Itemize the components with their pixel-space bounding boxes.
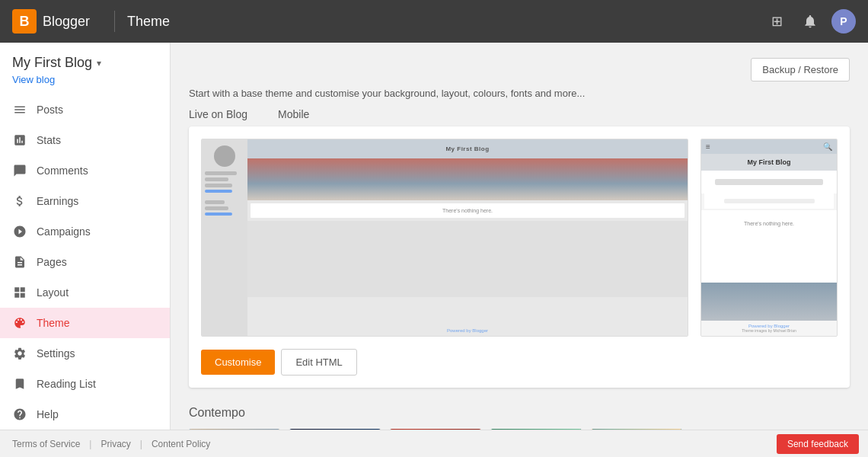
preview-section-labels: Live on Blog Mobile bbox=[189, 108, 850, 120]
mobile-nothing-text: There's nothing here. bbox=[706, 221, 832, 226]
stats-label: Stats bbox=[37, 134, 61, 146]
main-header-row: Backup / Restore bbox=[189, 58, 850, 81]
earnings-icon bbox=[12, 193, 27, 209]
sidebar-item-reading-list[interactable]: Reading List bbox=[0, 369, 170, 399]
user-avatar[interactable]: P bbox=[831, 9, 856, 34]
campaigns-label: Campaigns bbox=[37, 225, 91, 238]
desktop-mock-sidebar bbox=[202, 139, 247, 336]
mobile-powered-by: Powered by Blogger Theme images by Micha… bbox=[701, 321, 837, 336]
settings-label: Settings bbox=[37, 347, 75, 360]
desktop-mock-nothing-text: There's nothing here. bbox=[255, 208, 680, 213]
mobile-mock-blog-title: My First Blog bbox=[701, 154, 837, 171]
mobile-label: Mobile bbox=[278, 108, 309, 120]
earnings-label: Earnings bbox=[37, 195, 78, 207]
desktop-powered-by: Powered by Blogger bbox=[247, 328, 688, 333]
mobile-mock-topbar: ≡ 🔍 bbox=[701, 139, 837, 154]
desktop-mock-content: There's nothing here. bbox=[251, 203, 685, 218]
mobile-mock-lower-image bbox=[701, 283, 837, 321]
pages-label: Pages bbox=[37, 256, 67, 268]
live-on-blog-label: Live on Blog bbox=[189, 108, 247, 120]
sidebar-item-stats[interactable]: Stats bbox=[0, 125, 170, 155]
view-blog-link[interactable]: View blog bbox=[0, 74, 170, 94]
theme-preview-card: My First Blog There's nothing here. Powe… bbox=[189, 126, 850, 388]
reading-list-label: Reading List bbox=[37, 378, 96, 390]
desktop-mock-hero-image bbox=[247, 158, 688, 200]
footer-bar: Terms of Service | Privacy | Content Pol… bbox=[0, 430, 868, 457]
mobile-mock-content: There's nothing here. bbox=[701, 210, 837, 283]
posts-label: Posts bbox=[37, 104, 63, 116]
sidebar: My First Blog ▾ View blog Posts Stats Co… bbox=[0, 43, 171, 457]
sidebar-item-help[interactable]: Help bbox=[0, 399, 170, 430]
sidebar-item-comments[interactable]: Comments bbox=[0, 155, 170, 186]
footer-divider-1: | bbox=[89, 439, 91, 449]
preview-container: My First Blog There's nothing here. Powe… bbox=[201, 139, 838, 337]
terms-link[interactable]: Terms of Service bbox=[12, 439, 80, 449]
send-feedback-button[interactable]: Send feedback bbox=[777, 434, 859, 454]
campaigns-icon bbox=[12, 224, 27, 239]
settings-icon bbox=[12, 346, 27, 361]
sidebar-item-settings[interactable]: Settings bbox=[0, 338, 170, 369]
help-label: Help bbox=[37, 408, 59, 420]
blog-name[interactable]: My First Blog ▾ bbox=[0, 43, 170, 74]
grid-icon[interactable]: ⊞ bbox=[764, 9, 789, 34]
mobile-search-icon: 🔍 bbox=[823, 142, 832, 151]
contempo-section-label: Contempo bbox=[189, 406, 850, 420]
desktop-mock-avatar bbox=[214, 145, 235, 167]
bell-icon[interactable] bbox=[798, 9, 822, 34]
desktop-preview: My First Blog There's nothing here. Powe… bbox=[201, 139, 688, 337]
desktop-mock-lower bbox=[247, 221, 688, 297]
topbar: B Blogger Theme ⊞ P bbox=[0, 0, 868, 43]
sidebar-item-earnings[interactable]: Earnings bbox=[0, 186, 170, 216]
blog-name-label: My First Blog bbox=[12, 55, 92, 71]
layout-icon bbox=[12, 285, 27, 300]
sidebar-item-theme[interactable]: Theme bbox=[0, 308, 170, 338]
mobile-preview-inner: ≡ 🔍 My First Blog There's nothing here. bbox=[701, 139, 837, 336]
blog-name-chevron-icon: ▾ bbox=[97, 58, 101, 69]
topbar-divider bbox=[114, 11, 115, 32]
comments-label: Comments bbox=[37, 165, 88, 177]
privacy-link[interactable]: Privacy bbox=[101, 439, 130, 449]
stats-icon bbox=[12, 133, 27, 148]
sidebar-item-posts[interactable]: Posts bbox=[0, 94, 170, 125]
backup-restore-button[interactable]: Backup / Restore bbox=[751, 58, 850, 81]
main-content: Backup / Restore Start with a base theme… bbox=[171, 43, 868, 457]
topbar-page-title: Theme bbox=[127, 14, 764, 30]
layout-label: Layout bbox=[37, 286, 69, 299]
topbar-icons: ⊞ P bbox=[764, 9, 856, 34]
posts-icon bbox=[12, 102, 27, 117]
help-icon bbox=[12, 407, 27, 422]
reading-list-icon bbox=[12, 376, 27, 391]
theme-icon bbox=[12, 315, 27, 331]
pages-icon bbox=[12, 254, 27, 270]
footer-divider-2: | bbox=[140, 439, 142, 449]
sidebar-item-campaigns[interactable]: Campaigns bbox=[0, 216, 170, 247]
sidebar-item-layout[interactable]: Layout bbox=[0, 277, 170, 308]
mobile-preview: ≡ 🔍 My First Blog There's nothing here. bbox=[700, 139, 838, 337]
customise-button[interactable]: Customise bbox=[201, 350, 275, 375]
preview-actions: Customise Edit HTML bbox=[201, 349, 838, 376]
content-policy-link[interactable]: Content Policy bbox=[152, 439, 210, 449]
sidebar-item-pages[interactable]: Pages bbox=[0, 247, 170, 277]
mobile-hamburger-icon: ≡ bbox=[706, 142, 710, 151]
desktop-mock-main: My First Blog There's nothing here. Powe… bbox=[247, 139, 688, 336]
topbar-brand: Blogger bbox=[43, 14, 90, 30]
desktop-mock-header: My First Blog bbox=[247, 139, 688, 158]
comments-icon bbox=[12, 163, 27, 178]
edit-html-button[interactable]: Edit HTML bbox=[281, 349, 356, 376]
blogger-logo: B bbox=[12, 9, 37, 34]
theme-label: Theme bbox=[37, 317, 70, 329]
theme-description: Start with a base theme and customise yo… bbox=[189, 88, 850, 99]
